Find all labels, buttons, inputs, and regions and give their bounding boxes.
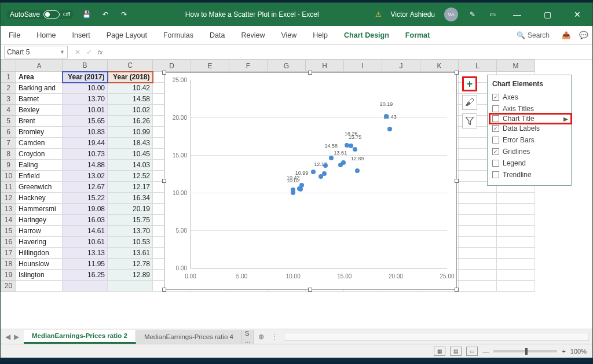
zoom-out-button[interactable]: —: [482, 348, 489, 355]
row-header[interactable]: 15: [1, 226, 16, 237]
row-header[interactable]: 17: [1, 248, 16, 259]
row-header[interactable]: 6: [1, 127, 16, 138]
chart-filters-button[interactable]: [462, 113, 477, 128]
resize-handle[interactable]: [162, 179, 166, 183]
row-header[interactable]: 16: [1, 237, 16, 248]
fx-icon[interactable]: fx: [98, 49, 103, 56]
cell[interactable]: Hammersmi: [16, 204, 63, 215]
cell[interactable]: [459, 281, 497, 292]
zoom-slider[interactable]: [493, 350, 557, 352]
column-header[interactable]: I: [344, 60, 382, 72]
chart-element-item[interactable]: ✓Data Labels: [492, 123, 570, 134]
formula-input[interactable]: [107, 46, 592, 58]
checkbox-icon[interactable]: ✓: [492, 94, 499, 101]
cell[interactable]: [63, 281, 108, 292]
zoom-level[interactable]: 100%: [570, 348, 587, 355]
cell[interactable]: 11.95: [63, 259, 108, 270]
comments-button[interactable]: 💬: [575, 26, 592, 44]
cell[interactable]: 14.61: [63, 226, 108, 237]
cell[interactable]: 13.02: [63, 171, 108, 182]
row-header[interactable]: 19: [1, 270, 16, 281]
data-point[interactable]: [384, 114, 389, 119]
sheet-nav-prev[interactable]: ◀: [5, 333, 10, 341]
cell[interactable]: [108, 281, 153, 292]
data-point[interactable]: [329, 156, 334, 160]
checkbox-icon[interactable]: ✓: [492, 148, 499, 155]
chart-element-item[interactable]: ✓Gridlines: [492, 146, 570, 157]
cell[interactable]: Croydon: [16, 149, 63, 160]
chart-element-item[interactable]: ✓Axes: [492, 91, 570, 103]
resize-handle[interactable]: [162, 71, 166, 75]
cell[interactable]: 18.43: [108, 138, 153, 149]
save-icon[interactable]: 💾: [82, 9, 92, 20]
scatter-chart[interactable]: 0.005.0010.0015.0020.0025.000.005.0010.0…: [164, 72, 457, 290]
cell[interactable]: [497, 248, 535, 259]
resize-handle[interactable]: [455, 179, 459, 183]
normal-view-button[interactable]: ▦: [434, 347, 445, 356]
data-point[interactable]: [297, 186, 302, 191]
tab-home[interactable]: Home: [28, 26, 64, 44]
plot-area[interactable]: 0.005.0010.0015.0020.0025.000.005.0010.0…: [190, 80, 447, 269]
cell[interactable]: Bexley: [16, 105, 63, 116]
checkbox-icon[interactable]: [492, 137, 499, 144]
cell[interactable]: 10.53: [108, 237, 153, 248]
cell[interactable]: 10.83: [63, 127, 108, 138]
cell[interactable]: 20.19: [108, 204, 153, 215]
cell[interactable]: Greenwich: [16, 182, 63, 193]
column-header[interactable]: H: [306, 60, 344, 72]
cell[interactable]: 19.44: [63, 138, 108, 149]
checkbox-icon[interactable]: [492, 171, 499, 178]
cell[interactable]: 13.70: [63, 94, 108, 105]
row-header[interactable]: 8: [1, 149, 16, 160]
cell[interactable]: 10.45: [108, 149, 153, 160]
data-point[interactable]: [355, 168, 360, 173]
data-point[interactable]: [353, 147, 357, 152]
enter-formula-icon[interactable]: ✓: [86, 48, 92, 56]
column-header[interactable]: J: [382, 60, 420, 72]
page-layout-view-button[interactable]: ▤: [450, 347, 462, 356]
cell[interactable]: Brent: [16, 116, 63, 127]
tab-view[interactable]: View: [273, 26, 305, 44]
resize-handle[interactable]: [455, 288, 459, 292]
tab-help[interactable]: Help: [305, 26, 336, 44]
cell[interactable]: [497, 204, 535, 215]
row-header[interactable]: 5: [1, 116, 16, 127]
cell[interactable]: Haringey: [16, 215, 63, 226]
row-header[interactable]: 1: [1, 72, 16, 83]
column-header[interactable]: E: [191, 60, 229, 72]
row-header[interactable]: 4: [1, 105, 16, 116]
cell[interactable]: 12.52: [108, 171, 153, 182]
row-header[interactable]: 13: [1, 204, 16, 215]
name-box[interactable]: Chart 5 ▼: [4, 46, 68, 58]
cell[interactable]: Havering: [16, 237, 63, 248]
cell[interactable]: Year (2017): [63, 72, 108, 83]
tab-formulas[interactable]: Formulas: [155, 26, 202, 44]
column-header[interactable]: B: [63, 60, 108, 72]
cell[interactable]: 10.01: [63, 105, 108, 116]
cell[interactable]: 15.22: [63, 193, 108, 204]
sheet-tab-active[interactable]: MedianEarnings-Prices ratio 2: [24, 330, 136, 344]
column-header[interactable]: G: [268, 60, 306, 72]
row-header[interactable]: 14: [1, 215, 16, 226]
chart-styles-button[interactable]: 🖌: [462, 95, 477, 110]
resize-handle[interactable]: [308, 71, 312, 75]
cell[interactable]: [497, 226, 535, 237]
cell[interactable]: [497, 270, 535, 281]
cell[interactable]: [459, 270, 497, 281]
cell[interactable]: [497, 259, 535, 270]
cell[interactable]: Barking and: [16, 83, 63, 94]
cell[interactable]: Harrow: [16, 226, 63, 237]
cell[interactable]: Barnet: [16, 94, 63, 105]
cell[interactable]: 12.17: [108, 182, 153, 193]
cell[interactable]: 12.78: [108, 259, 153, 270]
column-header[interactable]: K: [420, 60, 459, 72]
share-button[interactable]: 📤: [558, 26, 575, 44]
resize-handle[interactable]: [162, 288, 166, 292]
cell[interactable]: Ealing: [16, 160, 63, 171]
autosave-toggle[interactable]: AutoSave Off: [6, 10, 74, 19]
cell[interactable]: 16.34: [108, 193, 153, 204]
row-header[interactable]: 12: [1, 193, 16, 204]
page-break-view-button[interactable]: ▭: [466, 347, 478, 356]
row-header[interactable]: 20: [1, 281, 16, 292]
resize-handle[interactable]: [455, 71, 459, 75]
